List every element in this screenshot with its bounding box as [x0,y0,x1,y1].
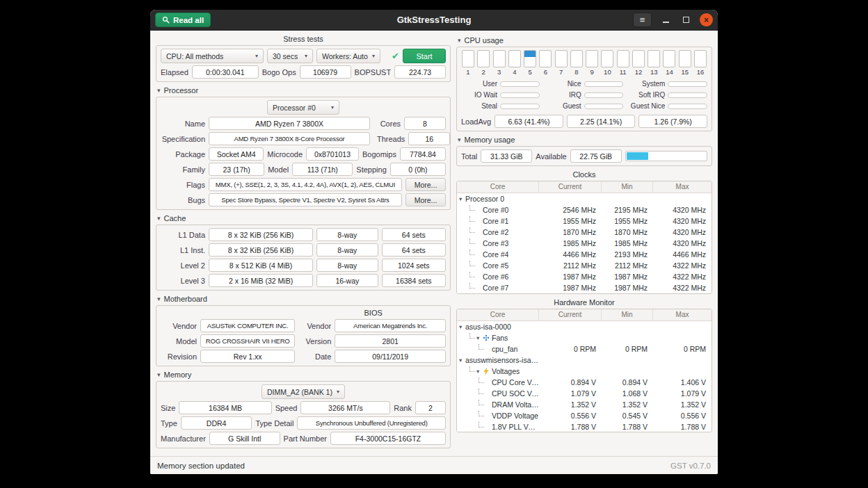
clocks-table-row[interactable]: Core #1 1955 MHz 1955 MHz 4320 MHz [457,215,712,227]
memory-expander[interactable]: ▾ Memory [157,371,451,379]
expander-arrow-icon: ▾ [458,37,461,44]
size-value[interactable]: 16384 MB [179,401,271,414]
mobo-model-value[interactable]: ROG CROSSHAIR VII HERO [200,334,295,348]
cache-sets-value[interactable]: 1024 sets [382,259,446,272]
cores-value[interactable]: 8 [404,117,446,130]
stress-duration-select[interactable]: 30 secs ▾ [267,49,313,63]
stress-workers-select[interactable]: Workers: Auto ▾ [316,49,380,63]
start-button[interactable]: Start [403,49,446,63]
clocks-table-row[interactable]: Core #5 2112 MHz 2112 MHz 4322 MHz [457,260,712,271]
clocks-table-row[interactable]: Core #3 1985 MHz 1985 MHz 4320 MHz [457,238,712,249]
cpu-usage-expander[interactable]: ▾ CPU usage [458,36,712,44]
column-header-current[interactable]: Current [539,181,602,193]
hwmon-table-row[interactable]: DRAM Voltage 1.352 V 1.352 V 1.352 V [457,399,712,410]
clocks-table-row[interactable]: Core #7 1987 MHz 1987 MHz 4322 MHz [457,282,712,293]
part-number-value[interactable]: F4-3000C15-16GTZ [330,432,446,445]
clocks-table-row[interactable]: Core #0 2546 MHz 2195 MHz 4320 MHz [457,204,712,215]
loadavg-value[interactable]: 6.63 (41.4%) [495,115,563,128]
column-header-core[interactable]: Core [457,309,539,320]
close-button[interactable]: × [700,13,713,26]
tree-expander-icon[interactable]: ▾ [459,196,465,202]
type-value[interactable]: DDR4 [181,416,252,430]
mobo-revision-value[interactable]: Rev 1.xx [200,350,295,363]
column-header-max[interactable]: Max [653,309,712,320]
cache-size-value[interactable]: 8 x 32 KiB (256 KiB) [209,243,313,257]
processor-select[interactable]: Processor #0 ▾ [267,100,339,115]
clocks-title: Clocks [456,170,712,179]
bios-vendor-value[interactable]: American Megatrends Inc. [335,319,446,332]
processor-expander[interactable]: ▾ Processor [157,86,451,95]
cache-ways-value[interactable]: 8-way [316,243,378,257]
hwmon-table-row[interactable]: CPU SOC Voltage 1.079 V 1.068 V 1.079 V [457,388,712,399]
tree-expander-icon[interactable]: ▾ [459,324,465,330]
clocks-table-row[interactable]: Core #4 4466 MHz 2193 MHz 4466 MHz [457,249,712,260]
minimize-button[interactable] [659,14,672,26]
cpu-name-value[interactable]: AMD Ryzen 7 3800X [209,117,370,130]
cache-size-value[interactable]: 8 x 32 KiB (256 KiB) [209,228,313,241]
hwmon-table-row[interactable]: ▾ Fans [457,332,712,343]
memory-usage-expander[interactable]: ▾ Memory usage [458,136,712,144]
threads-value[interactable]: 16 [408,132,450,145]
cache-sets-value[interactable]: 64 sets [382,243,446,257]
bugs-more-button[interactable]: More... [405,193,446,206]
maximize-button[interactable] [680,14,692,26]
dimm-select[interactable]: DIMM_A2 (BANK 1) ▾ [262,384,345,399]
cache-ways-value[interactable]: 16-way [316,274,378,287]
column-header-current[interactable]: Current [539,309,602,320]
rank-value[interactable]: 2 [415,401,446,414]
cache-expander[interactable]: ▾ Cache [157,214,451,222]
flags-value[interactable]: MMX, (+), SSE(1, 2, 3, 3S, 4.1, 4.2, 4A)… [209,178,402,191]
cache-sets-value[interactable]: 16384 sets [382,274,446,287]
speed-value[interactable]: 3266 MT/s [300,401,390,414]
read-all-button[interactable]: Read all [155,13,211,27]
column-header-min[interactable]: Min [602,181,653,193]
package-value[interactable]: Socket AM4 [209,147,264,161]
stepping-value[interactable]: 0 (0h) [390,163,446,176]
stress-method-select[interactable]: CPU: All methods ▾ [161,49,264,63]
hwmon-table-row[interactable]: CPU Core Voltage 0.894 V 0.894 V 1.406 V [457,377,712,388]
loadavg-value[interactable]: 2.25 (14.1%) [567,115,636,128]
clocks-table-row[interactable]: Core #2 1870 MHz 1870 MHz 4320 MHz [457,227,712,238]
family-value[interactable]: 23 (17h) [209,163,264,176]
cache-size-value[interactable]: 2 x 16 MiB (32 MiB) [209,274,313,287]
flags-more-button[interactable]: More... [405,178,446,191]
bogo-ops-value[interactable]: 106979 [300,65,351,79]
column-header-max[interactable]: Max [653,181,712,193]
tree-expander-icon[interactable]: ▾ [459,357,465,364]
cache-size-value[interactable]: 8 x 512 KiB (4 MiB) [209,259,313,272]
bugs-value[interactable]: Spec Store Bypass, Spectre V1, Spectre V… [209,193,402,206]
tree-expander-icon[interactable]: ▾ [476,368,483,375]
clocks-table-row[interactable]: Core #6 1987 MHz 1987 MHz 4322 MHz [457,271,712,282]
cache-ways-value[interactable]: 8-way [316,228,378,241]
clocks-table-row[interactable]: ▾ Processor 0 [457,193,712,204]
tree-expander-icon[interactable]: ▾ [476,335,483,341]
model-value[interactable]: 113 (71h) [292,163,353,176]
available-value[interactable]: 22.75 GiB [570,149,622,163]
part-number-label: Part Number [284,434,327,443]
hwmon-table-row[interactable]: ▾ asus-isa-0000 [457,321,712,332]
elapsed-value[interactable]: 0:00:30.041 [192,65,259,79]
type-detail-value[interactable]: Synchronous Unbuffered (Unregistered) [297,416,446,430]
loadavg-row: LoadAvg 6.63 (41.4%)2.25 (14.1%)1.26 (7.… [461,115,707,128]
hwmon-table-row[interactable]: ▾ Voltages [457,366,712,377]
hwmon-table-row[interactable]: 1.8V PLL Voltage 1.788 V 1.788 V 1.788 V [457,421,712,432]
motherboard-expander[interactable]: ▾ Motherboard [157,295,451,303]
bios-version-value[interactable]: 2801 [335,334,446,348]
loadavg-value[interactable]: 1.26 (7.9%) [638,115,707,128]
cache-ways-value[interactable]: 8-way [316,259,378,272]
hwmon-table-row[interactable]: ▾ asuswmisensors-isa-0000 [457,355,712,366]
specification-value[interactable]: AMD Ryzen 7 3800X 8-Core Processor [209,132,370,145]
menu-button[interactable]: ≡ [633,13,652,27]
hwmon-table-row[interactable]: VDDP Voltage 0.556 V 0.545 V 0.556 V [457,410,712,421]
column-header-min[interactable]: Min [602,309,653,320]
mobo-vendor-value[interactable]: ASUSTeK COMPUTER INC. [200,319,295,332]
bopsust-value[interactable]: 224.73 [394,65,446,79]
hwmon-table-row[interactable]: cpu_fan 0 RPM 0 RPM 0 RPM [457,343,712,355]
cache-sets-value[interactable]: 64 sets [382,228,446,241]
total-value[interactable]: 31.33 GiB [481,149,532,163]
manufacturer-value[interactable]: G Skill Intl [209,432,280,445]
column-header-core[interactable]: Core [457,181,539,193]
bios-date-value[interactable]: 09/11/2019 [335,350,446,363]
bogomips-value[interactable]: 7784.84 [400,147,446,161]
microcode-value[interactable]: 0x8701013 [306,147,359,161]
